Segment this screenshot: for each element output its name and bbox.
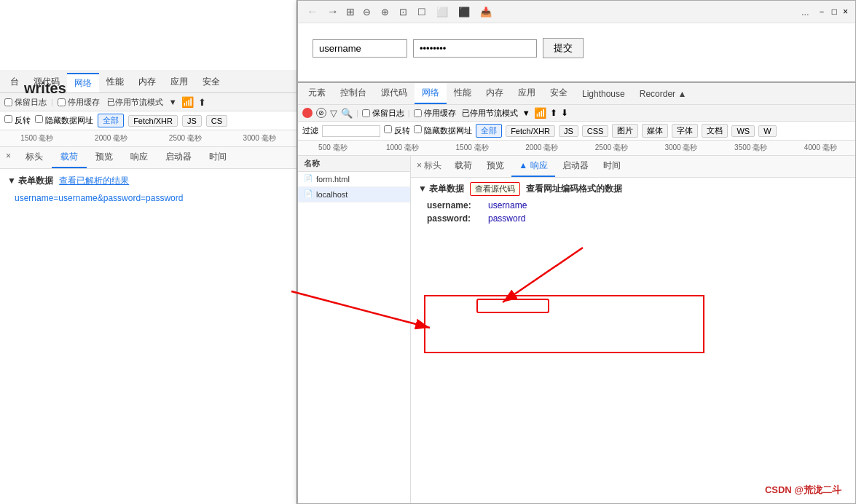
- left-reverse-label[interactable]: 反转: [4, 115, 31, 126]
- left-filter-css-btn[interactable]: CS: [206, 115, 227, 127]
- left-tab-security[interactable]: 安全: [195, 73, 227, 92]
- inner-filter-ws-btn[interactable]: WS: [731, 125, 755, 137]
- inner-hide-data-url-label[interactable]: 隐藏数据网址: [414, 125, 472, 136]
- inner-filter-js-btn[interactable]: JS: [559, 125, 578, 137]
- inner-preserve-log-checkbox[interactable]: [362, 109, 370, 117]
- file-icon-html: 📄: [304, 174, 314, 184]
- inner-hide-data-url-checkbox[interactable]: [414, 125, 422, 133]
- filter-icon[interactable]: ▽: [330, 108, 337, 119]
- inner-tab-security[interactable]: 安全: [543, 83, 575, 104]
- left-stab-initiator[interactable]: 启动器: [157, 147, 200, 168]
- more-options-icon[interactable]: ...: [799, 7, 812, 17]
- inner-filter-all-btn[interactable]: 全部: [476, 124, 502, 138]
- nav-icon1[interactable]: ☐: [415, 7, 428, 17]
- table-row[interactable]: 📄 form.html: [298, 172, 410, 187]
- inner-reverse-label[interactable]: 反转: [384, 125, 410, 136]
- view-source-btn[interactable]: 查看源代码: [470, 182, 520, 196]
- left-reverse-checkbox[interactable]: [4, 115, 12, 123]
- inner-tab-performance[interactable]: 性能: [447, 83, 479, 104]
- minimize-button[interactable]: －: [817, 6, 826, 18]
- preserve-log-label[interactable]: 保留日志: [4, 97, 47, 108]
- left-tab-console[interactable]: 台: [3, 73, 26, 92]
- left-tab-application[interactable]: 应用: [163, 73, 195, 92]
- left-stab-headers[interactable]: 标头: [17, 147, 52, 168]
- nav-icon3[interactable]: ⬛: [456, 7, 472, 17]
- reset-icon[interactable]: ⊡: [397, 7, 409, 17]
- ns-tab-initiator[interactable]: 启动器: [555, 156, 596, 177]
- left-filter-all-btn[interactable]: 全部: [98, 114, 124, 127]
- inner-tab-console[interactable]: 控制台: [333, 83, 374, 104]
- inner-wifi-icon: 📶: [534, 107, 546, 119]
- close-button[interactable]: ×: [843, 7, 848, 17]
- wifi-icon: 📶: [181, 96, 194, 108]
- left-sub-tabs-close[interactable]: ×: [0, 147, 17, 168]
- disable-cache-label[interactable]: 停用缓存: [58, 97, 100, 108]
- left-timeline-ruler: 1500 毫秒 2000 毫秒 2500 毫秒 3000 毫秒: [0, 130, 297, 147]
- clear-icon[interactable]: ⊘: [316, 108, 326, 118]
- left-tab-memory[interactable]: 内存: [131, 73, 163, 92]
- inner-filter-img-btn[interactable]: 图片: [612, 124, 638, 138]
- left-hide-data-url-label[interactable]: 隐藏数据网址: [35, 115, 93, 126]
- record-button[interactable]: [302, 108, 313, 118]
- browser-titlebar: ← → ⊞ ⊖ ⊕ ⊡ ☐ ⬜ ⬛ 📥 ... － □ ×: [298, 1, 855, 23]
- submit-button[interactable]: 提交: [543, 38, 584, 58]
- upload-icon: ⬆: [198, 97, 206, 108]
- ns-tab-payload[interactable]: 载荷: [447, 156, 479, 177]
- network-split: 名称 📄 form.html 📄 localhost: [298, 156, 855, 503]
- ns-tab-preview[interactable]: 预览: [479, 156, 511, 177]
- username-input[interactable]: [313, 39, 407, 58]
- disable-cache-checkbox[interactable]: [58, 98, 66, 106]
- left-tab-performance[interactable]: 性能: [99, 73, 131, 92]
- payload-detail-panel: × 标头 载荷 预览 ▲ 响应 启动器 时间 ▼ 表单数据 查看源代码 查看网址…: [411, 156, 855, 503]
- left-stab-preview[interactable]: 预览: [87, 147, 122, 168]
- nav-icon2[interactable]: ⬜: [434, 7, 450, 17]
- inner-tab-memory[interactable]: 内存: [479, 83, 511, 104]
- left-stab-payload[interactable]: 载荷: [52, 147, 87, 168]
- ns-tab-response[interactable]: ▲ 响应: [511, 156, 554, 177]
- inner-tab-sources[interactable]: 源代码: [374, 83, 415, 104]
- inner-disable-cache-checkbox[interactable]: [414, 109, 422, 117]
- left-fd-view-link[interactable]: 查看已解析的结果: [59, 175, 129, 187]
- left-hide-data-url-checkbox[interactable]: [35, 115, 43, 123]
- table-row[interactable]: 📄 localhost: [298, 187, 410, 202]
- left-form-data-section: ▼ 表单数据 查看已解析的结果 username=username&passwo…: [0, 169, 297, 210]
- ns-close-btn[interactable]: × 标头: [411, 156, 447, 177]
- left-devtools-panel: writes 台 源代码 网络 性能 内存 应用 安全 保留日志 | 停用缓存 …: [0, 0, 297, 504]
- left-filter-fetch-btn[interactable]: Fetch/XHR: [128, 115, 178, 127]
- inner-tab-recorder[interactable]: Recorder ▲: [632, 85, 694, 104]
- grid-icon[interactable]: ⊞: [346, 6, 355, 17]
- forward-button[interactable]: →: [326, 5, 340, 18]
- inner-tab-application[interactable]: 应用: [511, 83, 543, 104]
- filter-input[interactable]: [322, 125, 380, 137]
- password-input[interactable]: [413, 39, 537, 58]
- csdn-watermark: CSDN @荒泷二斗: [765, 484, 841, 497]
- search-icon[interactable]: 🔍: [341, 108, 353, 119]
- zoom-out-icon[interactable]: ⊖: [361, 7, 373, 17]
- network-list: 📄 form.html 📄 localhost: [298, 172, 410, 202]
- restore-button[interactable]: □: [832, 7, 837, 17]
- nav-icon4[interactable]: 📥: [478, 7, 494, 17]
- left-filter-js-btn[interactable]: JS: [182, 115, 202, 127]
- inner-filter-font-btn[interactable]: 字体: [672, 124, 698, 138]
- left-tab-network[interactable]: 网络: [67, 73, 99, 92]
- ns-tab-time[interactable]: 时间: [596, 156, 628, 177]
- writes-label: writes: [24, 80, 66, 97]
- left-stab-response[interactable]: 响应: [122, 147, 157, 168]
- inner-preserve-log-label[interactable]: 保留日志: [362, 108, 404, 119]
- zoom-in-icon[interactable]: ⊕: [379, 7, 391, 17]
- back-button[interactable]: ←: [305, 5, 320, 18]
- network-sub-tabs: × 标头 载荷 预览 ▲ 响应 启动器 时间: [411, 156, 855, 178]
- inner-filter-media-btn[interactable]: 媒体: [642, 124, 668, 138]
- inner-tab-elements[interactable]: 元素: [301, 83, 333, 104]
- inner-reverse-checkbox[interactable]: [384, 125, 392, 133]
- inner-filter-doc-btn[interactable]: 文档: [702, 124, 728, 138]
- browser-content: 提交 元素 控制台 源代码 网络 性能 内存 应用 安全 Lighthouse …: [298, 23, 855, 503]
- inner-tab-lighthouse[interactable]: Lighthouse: [575, 85, 632, 104]
- inner-filter-w-btn[interactable]: W: [758, 125, 776, 137]
- left-stab-time[interactable]: 时间: [200, 147, 235, 168]
- inner-filter-css-btn[interactable]: CSS: [582, 125, 609, 137]
- preserve-log-checkbox[interactable]: [4, 98, 12, 106]
- inner-disable-cache-label[interactable]: 停用缓存: [414, 108, 456, 119]
- inner-filter-fetch-btn[interactable]: Fetch/XHR: [506, 125, 555, 137]
- inner-tab-network[interactable]: 网络: [415, 83, 447, 104]
